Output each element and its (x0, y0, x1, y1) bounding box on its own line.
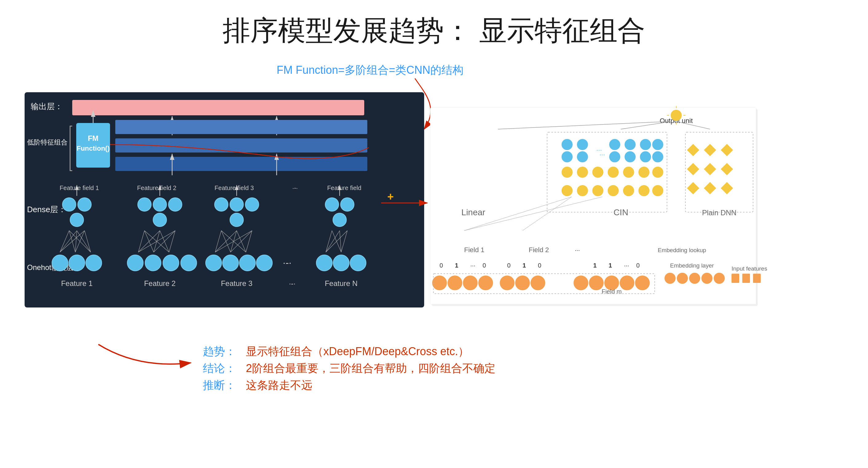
svg-text:···: ··· (575, 246, 580, 253)
svg-line-67 (326, 231, 332, 252)
svg-line-107 (676, 121, 710, 129)
plain-dnn-label: Plain DNN (702, 208, 737, 217)
svg-text:Feature field 3: Feature field 3 (215, 184, 254, 191)
svg-text:0: 0 (439, 262, 443, 269)
svg-point-112 (577, 139, 588, 150)
svg-marker-142 (721, 163, 733, 175)
svg-line-45 (85, 231, 91, 252)
inference-value: 这条路走不远 (246, 379, 312, 391)
svg-point-167 (589, 275, 604, 290)
svg-point-159 (515, 275, 530, 290)
svg-point-125 (592, 167, 603, 178)
svg-line-55 (138, 231, 175, 252)
svg-point-26 (62, 198, 76, 211)
svg-rect-98 (432, 109, 758, 306)
svg-point-80 (206, 255, 222, 271)
svg-text:Field m: Field m (601, 288, 622, 295)
svg-line-69 (326, 231, 347, 252)
svg-marker-141 (704, 163, 716, 175)
svg-text:FM: FM (88, 134, 99, 142)
svg-line-57 (169, 231, 175, 252)
svg-text:0: 0 (538, 262, 541, 269)
svg-line-49 (138, 231, 145, 252)
svg-line-60 (221, 231, 246, 252)
svg-line-105 (498, 121, 670, 129)
svg-line-63 (237, 231, 246, 252)
svg-point-176 (677, 273, 688, 284)
svg-line-47 (75, 231, 77, 252)
svg-point-39 (333, 213, 346, 227)
svg-point-100 (671, 110, 682, 121)
svg-point-35 (245, 198, 259, 211)
svg-text:+: + (387, 191, 394, 203)
fm-annotation: FM Function=多阶组合=类CNN的结构 (277, 64, 464, 76)
svg-point-168 (604, 275, 619, 290)
svg-text:0: 0 (636, 262, 640, 269)
svg-line-43 (60, 231, 85, 252)
svg-rect-10 (115, 120, 367, 134)
svg-rect-109 (547, 132, 667, 212)
inference-label: 推断： (203, 379, 236, 391)
svg-text:1: 1 (523, 262, 526, 269)
svg-text:Feature field 2: Feature field 2 (137, 184, 177, 191)
svg-text:趋势：: 趋势： (203, 345, 236, 358)
svg-point-116 (609, 151, 620, 163)
svg-line-53 (154, 231, 160, 252)
svg-point-166 (574, 275, 588, 290)
trend-value: 显示特征组合（xDeepFM/Deep&Cross etc.） (246, 345, 469, 358)
svg-line-52 (138, 231, 160, 252)
svg-text:Input features: Input features (732, 265, 767, 272)
conclusion-label: 结论： (203, 362, 236, 375)
svg-point-126 (608, 167, 619, 178)
svg-point-30 (153, 198, 166, 211)
svg-point-153 (463, 275, 478, 290)
svg-line-50 (145, 231, 154, 252)
svg-point-115 (609, 139, 620, 150)
svg-text:Feature 1: Feature 1 (61, 279, 93, 288)
svg-text:Feature field 1: Feature field 1 (60, 184, 99, 191)
svg-point-27 (78, 198, 91, 211)
svg-point-87 (350, 255, 366, 271)
svg-line-66 (246, 231, 252, 252)
svg-text:推断：: 推断： (203, 379, 236, 391)
svg-line-54 (160, 231, 169, 252)
svg-point-86 (333, 255, 349, 271)
svg-marker-138 (704, 144, 716, 156)
svg-point-134 (623, 185, 634, 196)
svg-point-129 (652, 167, 663, 178)
svg-point-83 (256, 255, 272, 271)
svg-text:Feature 3: Feature 3 (221, 279, 253, 288)
svg-text:1: 1 (593, 262, 597, 269)
svg-point-36 (230, 213, 243, 227)
linear-label: Linear (461, 208, 485, 217)
svg-point-130 (562, 185, 572, 196)
svg-line-62 (230, 231, 237, 252)
svg-point-178 (702, 273, 712, 284)
svg-rect-181 (732, 274, 739, 283)
svg-text:···: ··· (470, 262, 475, 269)
svg-rect-182 (742, 274, 750, 283)
svg-text:Feature field: Feature field (327, 184, 361, 191)
page-title: 排序模型发展趋势： 显示特征组合 (222, 15, 645, 46)
svg-text:Feature 2: Feature 2 (144, 279, 176, 288)
svg-point-128 (639, 167, 649, 178)
svg-text:···: ··· (596, 146, 602, 154)
svg-point-85 (316, 255, 332, 271)
svg-point-29 (138, 198, 151, 211)
svg-text:···: ··· (599, 151, 605, 158)
svg-line-65 (230, 231, 252, 252)
svg-marker-139 (721, 144, 733, 156)
svg-text:···: ··· (624, 262, 629, 269)
svg-point-77 (145, 255, 161, 271)
svg-point-31 (168, 198, 182, 211)
svg-text:0: 0 (483, 262, 486, 269)
svg-line-68 (332, 231, 341, 252)
svg-point-135 (639, 185, 649, 196)
svg-line-184 (464, 197, 572, 231)
svg-point-73 (52, 255, 68, 271)
svg-marker-143 (687, 182, 699, 194)
field2-label: Field 2 (529, 246, 549, 254)
svg-line-70 (341, 231, 347, 252)
svg-point-110 (562, 139, 572, 150)
svg-text:·-·: ·-· (283, 257, 291, 268)
